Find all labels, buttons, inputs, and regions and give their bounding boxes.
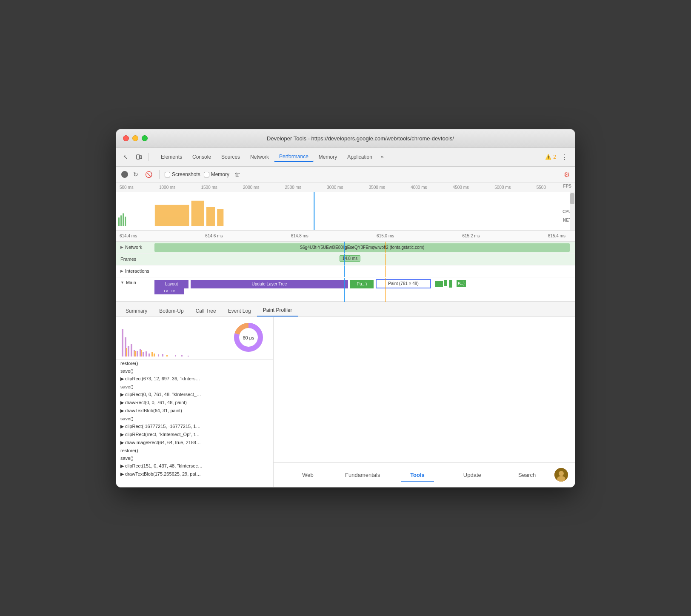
interactions-track-label: ▶ Interactions	[116, 268, 154, 274]
record-button[interactable]	[121, 171, 128, 178]
paint-commands-panel[interactable]: 60 μs restore() save() ▶ clipRect(673, 1…	[116, 317, 274, 487]
detail-label-1: 614.6 ms	[205, 234, 223, 238]
svg-rect-7	[191, 200, 204, 225]
main-collapse-icon[interactable]: ▼	[120, 280, 124, 285]
main-orange-line	[385, 278, 386, 302]
tab-memory[interactable]: Memory	[314, 152, 342, 162]
tab-sources[interactable]: Sources	[216, 152, 245, 162]
cmd-restore-1[interactable]: restore()	[116, 359, 273, 367]
ruler-label-9: 5000 ms	[494, 185, 511, 190]
google-nav-search[interactable]: Search	[500, 468, 554, 482]
warning-icon: ⚠️	[545, 154, 551, 160]
cmd-cliprrect[interactable]: ▶ clipRRect(rrect, "kIntersect_Op", t…	[116, 431, 273, 439]
tab-call-tree[interactable]: Call Tree	[190, 305, 222, 317]
cmd-save-3[interactable]: save()	[116, 415, 273, 422]
frames-track-content[interactable]: 14.8 ms	[154, 254, 575, 265]
cmd-save-1[interactable]: save()	[116, 367, 273, 375]
close-button[interactable]	[123, 135, 129, 141]
svg-rect-9	[217, 209, 223, 226]
tab-paint-profiler[interactable]: Paint Profiler	[257, 305, 298, 317]
frames-track-label: Frames	[116, 257, 154, 262]
split-panel: 60 μs restore() save() ▶ clipRect(673, 1…	[116, 317, 575, 487]
svg-rect-23	[141, 350, 142, 356]
maximize-button[interactable]	[142, 135, 148, 141]
ruler-label-10: 5500	[537, 185, 546, 190]
reload-button[interactable]: ↻	[131, 170, 140, 179]
svg-rect-4	[123, 213, 124, 226]
google-nav-fundamentals[interactable]: Fundamentals	[335, 468, 390, 482]
network-track-content[interactable]: S6g4U3t-Y5UEw0lE80llgEseQY3FEmqw.woff2 (…	[154, 242, 575, 253]
main-track-content[interactable]: Layout Update Layer Tree Pa...) Paint (7…	[154, 278, 575, 302]
google-nav-bar: Web Fundamentals Tools Update Search	[274, 462, 575, 487]
svg-rect-24	[151, 352, 153, 356]
svg-rect-0	[137, 155, 140, 159]
google-nav-tools[interactable]: Tools	[390, 468, 445, 482]
clear-button[interactable]: 🚫	[143, 170, 154, 179]
screenshots-checkbox-label[interactable]: Screenshots	[165, 171, 200, 177]
google-nav-web[interactable]: Web	[280, 468, 335, 482]
cmd-cliprect-4[interactable]: ▶ clipRect(151, 0, 437, 48, "kIntersec…	[116, 462, 273, 470]
interactions-expand-icon[interactable]: ▶	[120, 269, 123, 273]
ruler-labels: 500 ms 1000 ms 1500 ms 2000 ms 2500 ms 3…	[120, 185, 571, 190]
timeline-scrollbar[interactable]	[570, 192, 575, 230]
svg-rect-10	[314, 192, 314, 230]
svg-rect-19	[146, 351, 147, 356]
detail-label-2: 614.8 ms	[291, 234, 308, 238]
cmd-cliprect-2[interactable]: ▶ clipRect(0, 0, 761, 48, "kIntersect_…	[116, 391, 273, 399]
settings-button[interactable]: ⚙	[564, 171, 570, 179]
timeline-chart[interactable]: CPU NET	[116, 192, 575, 231]
kebab-menu-button[interactable]: ⋮	[558, 151, 571, 163]
tab-console[interactable]: Console	[187, 152, 216, 162]
svg-rect-22	[134, 351, 136, 356]
device-toolbar-button[interactable]	[133, 151, 145, 163]
frames-label-text: Frames	[120, 257, 136, 262]
more-tabs-button[interactable]: »	[377, 152, 387, 162]
user-avatar[interactable]	[554, 468, 568, 482]
minimize-button[interactable]	[132, 135, 138, 141]
interactions-track-content[interactable]	[154, 265, 575, 277]
timeline-scrollbar-thumb[interactable]	[570, 193, 574, 205]
cmd-drawtextblob-1[interactable]: ▶ drawTextBlob(64, 31, paint)	[116, 407, 273, 415]
cmd-restore-2[interactable]: restore()	[116, 447, 273, 454]
timeline-svg	[116, 192, 575, 230]
screenshots-checkbox[interactable]	[165, 172, 170, 177]
cmd-save-2[interactable]: save()	[116, 383, 273, 391]
tab-event-log[interactable]: Event Log	[222, 305, 257, 317]
network-track-row: ▶ Network S6g4U3t-Y5UEw0lE80llgEseQY3FEm…	[116, 242, 575, 254]
ruler-label-1: 1000 ms	[159, 185, 175, 190]
svg-rect-28	[166, 355, 168, 356]
paint-command-list[interactable]: restore() save() ▶ clipRect(673, 12, 697…	[116, 359, 273, 478]
cmd-cliprect-1[interactable]: ▶ clipRect(673, 12, 697, 36, "kInters…	[116, 375, 273, 383]
google-nav-update[interactable]: Update	[445, 468, 500, 482]
cmd-cliprect-3[interactable]: ▶ clipRect(-16777215, -16777215, 1…	[116, 422, 273, 431]
tab-performance[interactable]: Performance	[274, 152, 314, 162]
svg-rect-20	[148, 354, 150, 356]
donut-label: 60 μs	[243, 335, 254, 340]
detail-label-3: 615.0 ms	[377, 234, 394, 238]
trash-button[interactable]: 🗑	[234, 171, 240, 178]
cmd-drawrect[interactable]: ▶ drawRect(0, 0, 761, 48, paint)	[116, 399, 273, 407]
cmd-save-4[interactable]: save()	[116, 454, 273, 462]
memory-checkbox[interactable]	[204, 172, 209, 177]
memory-checkbox-label[interactable]: Memory	[204, 171, 229, 177]
ruler-label-5: 3000 ms	[327, 185, 343, 190]
tab-application[interactable]: Application	[342, 152, 377, 162]
cmd-drawtextblob-2[interactable]: ▶ drawTextBlob(175.265625, 29, pai…	[116, 470, 273, 478]
tab-bottom-up[interactable]: Bottom-Up	[153, 305, 189, 317]
main-track-row: ▼ Main Layout Update Layer Tree Pa...) P…	[116, 277, 575, 301]
cursor-tool-button[interactable]: ↖	[120, 151, 131, 163]
main-track-label: ▼ Main	[116, 278, 154, 285]
tab-elements[interactable]: Elements	[156, 152, 187, 162]
interactions-blue-line	[344, 265, 345, 277]
tab-network[interactable]: Network	[245, 152, 274, 162]
cmd-drawimagerect[interactable]: ▶ drawImageRect(64, 64, true, 2188…	[116, 439, 273, 447]
tab-summary[interactable]: Summary	[120, 305, 153, 317]
green-bar-1	[435, 281, 443, 287]
ruler-label-6: 3500 ms	[369, 185, 385, 190]
green-bar-3	[449, 280, 452, 288]
network-expand-icon[interactable]: ▶	[120, 245, 123, 249]
traffic-lights	[123, 135, 148, 141]
svg-rect-3	[120, 215, 122, 226]
tab-bar: Elements Console Sources Network Perform…	[152, 152, 543, 162]
svg-rect-18	[143, 352, 144, 356]
